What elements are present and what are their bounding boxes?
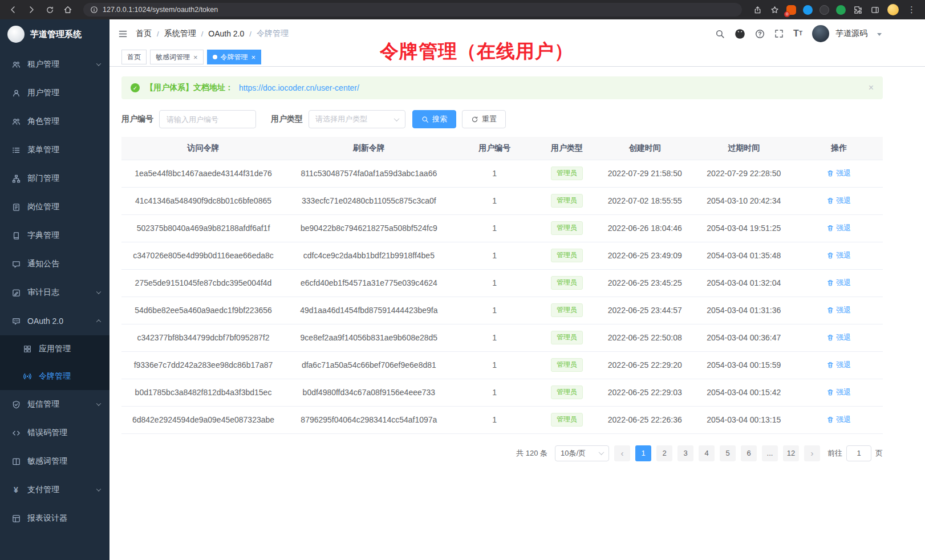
goto-page-input[interactable] (846, 445, 871, 461)
force-logout-button[interactable]: 强退 (827, 415, 851, 425)
page-button-1[interactable]: 1 (635, 445, 651, 461)
sidebar-item-dept[interactable]: 部门管理 (0, 164, 109, 193)
prev-page-button[interactable]: ‹ (614, 445, 630, 461)
sidebar-item-oauth2[interactable]: OAuth 2.0 (0, 307, 109, 335)
sidebar-item-sensitive-word[interactable]: 敏感词管理 (0, 447, 109, 476)
font-size-icon[interactable]: TT (793, 29, 802, 38)
user-type-tag: 管理员 (551, 358, 583, 372)
force-logout-button[interactable]: 强退 (827, 360, 851, 370)
sidebar-item-app-manage[interactable]: 应用管理 (0, 335, 109, 363)
extension-orange-icon[interactable]: 0 (786, 5, 796, 15)
sidebar-panel-icon[interactable] (867, 2, 882, 17)
force-logout-button[interactable]: 强退 (827, 223, 851, 233)
close-icon[interactable]: × (251, 54, 256, 61)
search-button[interactable]: 搜索 (412, 110, 456, 128)
user-type-tag: 管理员 (551, 385, 583, 399)
page-button-4[interactable]: 4 (699, 445, 715, 461)
active-dot (213, 55, 217, 59)
github-icon[interactable] (735, 29, 745, 39)
site-info-icon[interactable] (90, 6, 98, 14)
sidebar-item-user[interactable]: 用户管理 (0, 79, 109, 107)
tab-token-manage[interactable]: 令牌管理 × (207, 50, 262, 64)
user-id-input[interactable] (159, 110, 256, 128)
force-logout-button[interactable]: 强退 (827, 387, 851, 397)
more-pages-button[interactable]: ... (762, 445, 778, 461)
sidebar-item-dict[interactable]: 字典管理 (0, 221, 109, 250)
share-icon[interactable] (750, 2, 765, 17)
address-bar[interactable]: 127.0.0.1:1024/system/oauth2/token (83, 3, 742, 17)
sidebar-item-notice[interactable]: 通知公告 (0, 250, 109, 278)
page-button-3[interactable]: 3 (677, 445, 693, 461)
token-table: 访问令牌 刷新令牌 用户编号 用户类型 创建时间 过期时间 操作 1ea5e44… (121, 137, 883, 434)
forward-icon[interactable] (24, 2, 39, 17)
sidebar-item-sms[interactable]: 短信管理 (0, 390, 109, 419)
pagination: 共 120 条 10条/页 ‹ 1 2 3 4 5 6 ... 12 › 前往 … (121, 445, 883, 478)
page-button-6[interactable]: 6 (741, 445, 757, 461)
breadcrumb-item-system[interactable]: 系统管理 (164, 29, 196, 39)
goto-label: 前往 (827, 448, 842, 458)
app-title: 芋道管理系统 (30, 29, 82, 40)
tab-home[interactable]: 首页 (121, 50, 147, 64)
reload-icon[interactable] (42, 2, 57, 17)
next-page-button[interactable]: › (804, 445, 820, 461)
force-logout-button[interactable]: 强退 (827, 305, 851, 315)
extension-blue-icon[interactable] (803, 5, 813, 15)
reset-button[interactable]: 重置 (462, 110, 506, 128)
force-logout-button[interactable]: 强退 (827, 250, 851, 261)
sidebar-item-role[interactable]: 角色管理 (0, 107, 109, 136)
search-icon[interactable] (715, 29, 725, 39)
page-size-select[interactable]: 10条/页 (555, 445, 609, 461)
sidebar-item-token-manage[interactable]: 令牌管理 (0, 363, 109, 390)
table-row: b0d1785bc3a8482f812db4a3f3bd15ec b0df498… (121, 379, 883, 406)
col-refresh-token: 刷新令牌 (285, 137, 453, 160)
force-logout-button[interactable]: 强退 (827, 196, 851, 206)
chevron-down-icon (96, 61, 101, 66)
close-icon[interactable]: × (869, 83, 874, 93)
page-button-2[interactable]: 2 (656, 445, 672, 461)
sidebar-item-tenant[interactable]: 租户管理 (0, 50, 109, 79)
extension-green-icon[interactable] (836, 5, 846, 15)
breadcrumb-item-oauth2[interactable]: OAuth 2.0 (208, 29, 244, 38)
help-icon[interactable] (755, 29, 765, 39)
force-logout-button[interactable]: 强退 (827, 278, 851, 288)
sidebar-item-menu[interactable]: 菜单管理 (0, 136, 109, 164)
extensions-puzzle-icon[interactable] (850, 2, 865, 17)
app-window: 芋道管理系统 租户管理 用户管理 角色管理 菜单管理 部 (0, 19, 925, 560)
breadcrumb-item-current: 令牌管理 (257, 29, 289, 39)
user-type-select[interactable]: 请选择用户类型 (309, 110, 405, 128)
sidebar-item-post[interactable]: 岗位管理 (0, 193, 109, 221)
back-icon[interactable] (6, 2, 21, 17)
collapse-menu-icon[interactable] (118, 29, 128, 39)
sidebar: 芋道管理系统 租户管理 用户管理 角色管理 菜单管理 部 (0, 19, 109, 560)
main-area: 首页 / 系统管理 / OAuth 2.0 / 令牌管理 TT 芋道源码 (109, 19, 925, 560)
edit-icon (11, 289, 21, 297)
tab-sensitive-word[interactable]: 敏感词管理 × (150, 50, 204, 64)
annotation-title: 令牌管理（在线用户） (380, 39, 574, 64)
sidebar-menu: 租户管理 用户管理 角色管理 菜单管理 部门管理 岗位管理 (0, 49, 109, 560)
navbar-actions: TT 芋道源码 (715, 25, 882, 42)
doc-link[interactable]: https://doc.iocoder.cn/user-center/ (239, 83, 359, 92)
extension-dark-icon[interactable] (819, 5, 829, 15)
goto-page: 前往 页 (827, 445, 883, 461)
more-menu-icon[interactable]: ⋮ (904, 5, 919, 15)
user-avatar[interactable] (812, 25, 829, 42)
page-button-5[interactable]: 5 (720, 445, 736, 461)
breadcrumb: 首页 / 系统管理 / OAuth 2.0 / 令牌管理 (136, 29, 289, 39)
sidebar-item-error-code[interactable]: 错误码管理 (0, 419, 109, 447)
page-button-12[interactable]: 12 (783, 445, 799, 461)
app-logo[interactable]: 芋道管理系统 (0, 19, 109, 49)
chevron-down-icon[interactable] (877, 33, 882, 36)
browser-profile-avatar[interactable] (887, 4, 899, 15)
sidebar-item-pay[interactable]: ¥ 支付管理 (0, 476, 109, 504)
breadcrumb-item-home[interactable]: 首页 (136, 29, 152, 39)
logo-avatar (7, 26, 25, 43)
sidebar-item-audit-log[interactable]: 审计日志 (0, 278, 109, 307)
fullscreen-icon[interactable] (774, 29, 784, 38)
force-logout-button[interactable]: 强退 (827, 168, 851, 178)
bookmark-star-icon[interactable] (767, 2, 782, 17)
close-icon[interactable]: × (193, 54, 198, 61)
force-logout-button[interactable]: 强退 (827, 332, 851, 343)
home-icon[interactable] (60, 2, 75, 17)
broadcast-icon (23, 372, 32, 380)
sidebar-item-report-designer[interactable]: 报表设计器 (0, 504, 109, 533)
